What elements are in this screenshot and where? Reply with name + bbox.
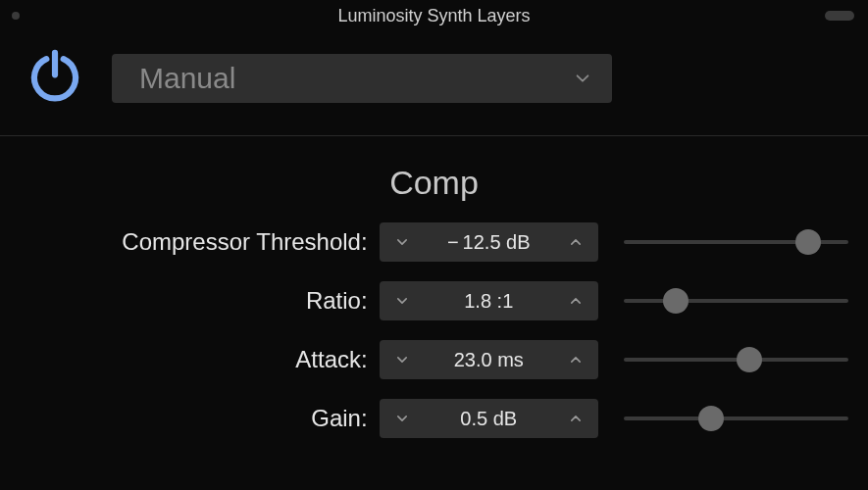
attack-slider[interactable] [624, 346, 848, 373]
param-row-attack: Attack: 23.0 ms [20, 339, 848, 380]
chevron-down-icon [395, 294, 409, 308]
stepper-increment[interactable] [565, 222, 587, 262]
window-title: Luminosity Synth Layers [337, 6, 530, 26]
param-row-threshold: Compressor Threshold: − 12.5 dB [20, 221, 848, 263]
param-label: Ratio: [20, 287, 380, 315]
chevron-down-icon [573, 69, 592, 88]
chevron-down-icon [395, 235, 409, 249]
chevron-down-icon [395, 353, 409, 367]
stepper-value: 23.0 ms [413, 349, 565, 371]
preset-label: Manual [139, 62, 235, 95]
stepper-decrement[interactable] [391, 340, 413, 379]
plugin-header: Manual [0, 31, 868, 136]
power-button[interactable] [22, 45, 88, 112]
chevron-up-icon [569, 294, 583, 308]
chevron-up-icon [569, 235, 583, 249]
gain-stepper[interactable]: 0.5 dB [380, 399, 598, 438]
section-title: Comp [0, 164, 868, 202]
slider-thumb[interactable] [795, 229, 821, 255]
stepper-increment[interactable] [565, 340, 587, 379]
slider-track [624, 416, 848, 420]
param-label: Attack: [20, 346, 380, 373]
slider-thumb[interactable] [737, 347, 762, 372]
stepper-value: 1.8 :1 [413, 290, 565, 313]
param-label: Gain: [20, 405, 380, 432]
param-row-ratio: Ratio: 1.8 :1 [20, 280, 848, 321]
chevron-up-icon [569, 353, 583, 367]
threshold-stepper[interactable]: − 12.5 dB [380, 222, 598, 262]
attack-stepper[interactable]: 23.0 ms [380, 340, 598, 379]
window-indicator-dot [12, 12, 20, 20]
param-label: Compressor Threshold: [20, 228, 380, 256]
chevron-down-icon [395, 412, 409, 425]
stepper-value: 0.5 dB [413, 408, 565, 430]
gain-slider[interactable] [624, 405, 848, 432]
stepper-decrement[interactable] [391, 222, 413, 262]
stepper-increment[interactable] [565, 281, 587, 320]
stepper-decrement[interactable] [391, 399, 413, 438]
ratio-stepper[interactable]: 1.8 :1 [380, 281, 598, 320]
preset-select[interactable]: Manual [112, 54, 612, 103]
slider-thumb[interactable] [663, 288, 689, 314]
slider-track [624, 299, 848, 303]
chevron-up-icon [569, 412, 583, 425]
stepper-value: − 12.5 dB [413, 231, 565, 254]
param-list: Compressor Threshold: − 12.5 dB Ratio: 1… [0, 221, 868, 439]
threshold-slider[interactable] [624, 228, 848, 256]
power-icon [25, 48, 85, 109]
param-row-gain: Gain: 0.5 dB [20, 398, 848, 439]
titlebar: Luminosity Synth Layers [0, 0, 868, 31]
window-pill-icon [825, 11, 854, 21]
ratio-slider[interactable] [624, 287, 848, 315]
stepper-decrement[interactable] [391, 281, 413, 320]
stepper-increment[interactable] [565, 399, 587, 438]
slider-thumb[interactable] [698, 406, 724, 431]
